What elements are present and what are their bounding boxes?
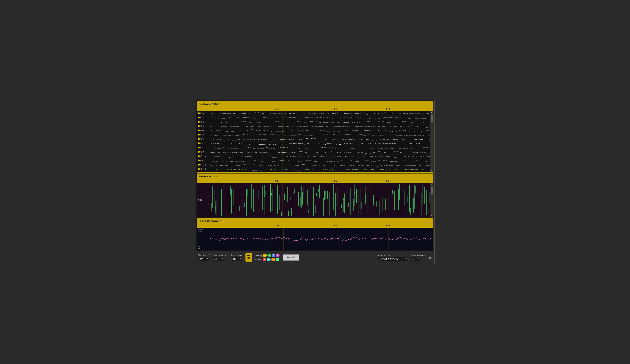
svg-rect-198	[426, 190, 426, 215]
channel-dot-ch13	[198, 168, 200, 170]
channel-dot-ch7	[198, 142, 200, 144]
svg-rect-112	[315, 192, 315, 194]
timebase-select-wrapper[interactable]: 2.0	[198, 257, 210, 261]
channel-dot-ch12	[198, 164, 200, 166]
svg-rect-130	[335, 193, 336, 216]
spike-scrollbar[interactable]: ▲ ▼	[430, 183, 433, 217]
svg-rect-155	[364, 203, 364, 213]
channel-text-ch5: CH5	[200, 134, 204, 136]
range-select-wrapper[interactable]: 250	[231, 257, 242, 261]
svg-rect-189	[413, 198, 414, 213]
svg-rect-51	[235, 190, 235, 193]
event-badge-3[interactable]: 3	[267, 254, 271, 257]
event-badge-1[interactable]: 1	[263, 254, 267, 257]
svg-rect-90	[285, 200, 285, 204]
eeg-time-2: 1 s	[334, 108, 337, 110]
color-grouping-select-wrapper[interactable]: 1 2 4 8	[411, 257, 420, 261]
spike-scroll-down[interactable]: ▼	[431, 214, 433, 217]
svg-rect-165	[380, 201, 380, 215]
color-scheme-select[interactable]: Monochrome Gray Color Rainbow	[378, 257, 408, 261]
svg-rect-71	[258, 206, 258, 209]
event-badge-5[interactable]: 5	[272, 254, 275, 257]
svg-rect-128	[331, 191, 331, 215]
channel-dot-ch11	[198, 160, 200, 161]
play-icon[interactable]: ▶	[429, 255, 432, 260]
svg-rect-83	[277, 185, 277, 213]
eeg-scrollbar[interactable]: ▲ ▼	[430, 111, 433, 172]
svg-rect-102	[300, 197, 301, 207]
svg-rect-89	[284, 187, 285, 202]
channel-label-ch5: CH5	[197, 133, 210, 137]
svg-rect-140	[347, 194, 347, 214]
eeg-timeline: 0.5 s 1 s 1.5 s	[197, 107, 433, 111]
channel-labels: CH0CH1CH2CH3CH4CH5CH6CH7CH8CH9CH10CH11CH…	[197, 111, 210, 172]
svg-rect-201	[428, 207, 428, 214]
eeg-panel-header[interactable]: File Reader 100/0 ▼	[197, 101, 433, 107]
svg-rect-32	[213, 195, 213, 196]
svg-rect-62	[246, 189, 247, 216]
svg-rect-67	[252, 185, 252, 208]
channel-dot-ch4	[198, 129, 200, 131]
channel-label-ch8: CH8	[197, 146, 210, 150]
event-badge-2[interactable]: 2	[263, 258, 266, 261]
svg-rect-193	[417, 196, 417, 201]
svg-rect-186	[411, 200, 411, 215]
svg-rect-85	[280, 195, 280, 210]
svg-rect-92	[288, 210, 288, 216]
svg-rect-98	[294, 190, 294, 197]
event-badge-8[interactable]: 8	[276, 258, 279, 261]
event-badge-7[interactable]: 7	[276, 254, 280, 257]
scroll-up-arrow[interactable]: ▲	[431, 111, 433, 114]
channel-dot-ch8	[198, 147, 200, 148]
svg-rect-187	[412, 190, 412, 206]
chan-height-select-wrapper[interactable]: 20	[213, 257, 224, 261]
chan-height-select[interactable]: 20	[213, 257, 224, 261]
svg-rect-202	[430, 191, 430, 202]
range-select[interactable]: 250	[231, 257, 242, 261]
svg-rect-126	[329, 192, 330, 216]
svg-rect-161	[375, 186, 375, 193]
channel-dot-ch3	[198, 125, 200, 127]
svg-rect-53	[237, 192, 237, 216]
event-badge-4[interactable]: 4	[267, 258, 271, 261]
events-row: Events: 2 4 6 8	[255, 258, 280, 261]
stats-dropdown-arrow[interactable]: ▼	[219, 220, 221, 222]
svg-rect-29	[211, 203, 212, 211]
spike-scroll-up[interactable]: ▲	[431, 183, 433, 186]
spike-y-label-1: --	[198, 185, 209, 187]
stats-content: MEAN: -1.602 STD: 40.535	[197, 228, 433, 250]
spike-panel-header[interactable]: File Reader 100/0 ▼	[197, 174, 433, 179]
spike-source-label: File Reader 100/0	[198, 175, 218, 178]
svg-rect-127	[330, 188, 330, 214]
svg-rect-104	[302, 192, 302, 205]
scroll-down-arrow[interactable]: ▼	[431, 169, 433, 172]
svg-rect-80	[272, 185, 272, 187]
pause-button[interactable]: PAUSE	[282, 254, 299, 261]
color-scheme-select-wrapper[interactable]: Monochrome Gray Color Rainbow	[378, 257, 408, 261]
svg-rect-134	[341, 204, 342, 208]
channel-label-ch2: CH2	[197, 120, 210, 124]
svg-rect-54	[238, 200, 238, 216]
channel-label-ch1: CH1	[197, 115, 210, 120]
svg-rect-84	[277, 185, 278, 214]
svg-rect-177	[398, 189, 398, 210]
svg-rect-190	[414, 206, 414, 212]
data-icon[interactable]: DATAAUXADC	[246, 253, 252, 262]
svg-rect-162	[376, 210, 376, 213]
stats-panel-header[interactable]: File Reader 100/0 ▼	[197, 218, 433, 224]
channel-text-ch8: CH8	[200, 146, 204, 149]
spike-dropdown-arrow[interactable]: ▼	[219, 175, 221, 177]
svg-rect-73	[262, 186, 262, 210]
scrollbar-thumb[interactable]	[431, 115, 433, 122]
svg-rect-58	[240, 190, 240, 214]
color-grouping-select[interactable]: 1 2 4 8	[411, 257, 420, 261]
channel-dot-ch10	[198, 155, 200, 157]
svg-rect-28	[210, 215, 210, 216]
event-badge-6[interactable]: 6	[271, 258, 275, 261]
eeg-dropdown-arrow[interactable]: ▼	[219, 103, 221, 105]
events-label: Events:	[255, 258, 262, 261]
spike-scrollbar-thumb[interactable]	[431, 187, 433, 194]
timebase-select[interactable]: 2.0	[198, 257, 210, 261]
svg-rect-156	[365, 193, 366, 203]
svg-rect-133	[338, 184, 339, 201]
